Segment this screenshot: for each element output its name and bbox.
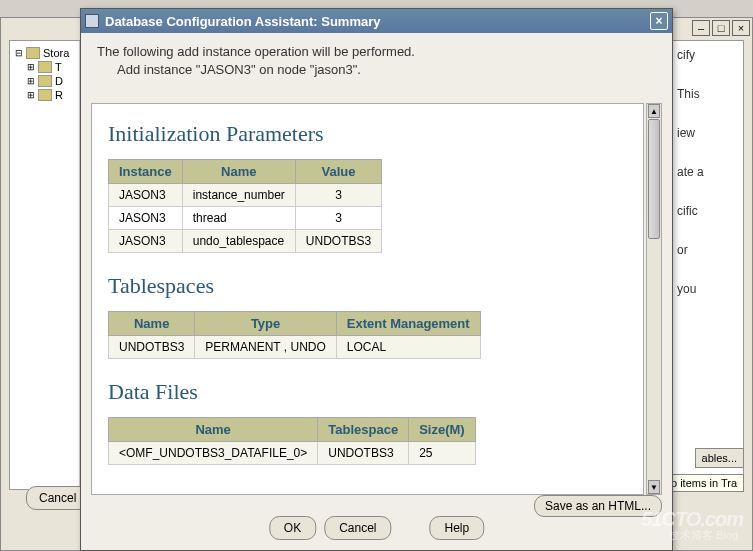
bg-minimize-button[interactable]: – (692, 20, 710, 36)
scroll-thumb[interactable] (648, 119, 660, 239)
ok-button[interactable]: OK (269, 516, 316, 540)
folder-icon (38, 89, 52, 101)
folder-icon (38, 61, 52, 73)
table-header: Size(M) (409, 418, 476, 442)
cell: JASON3 (109, 184, 183, 207)
cell: UNDOTBS3 (295, 230, 381, 253)
table-header: Extent Management (336, 312, 480, 336)
expand-icon: ⊞ (27, 76, 35, 86)
summary-dialog: Database Configuration Assistant: Summar… (80, 8, 673, 551)
intro-line: The following add instance operation wil… (97, 43, 656, 61)
cell: instance_number (182, 184, 295, 207)
cell: LOCAL (336, 336, 480, 359)
cell: <OMF_UNDOTBS3_DATAFILE_0> (109, 442, 318, 465)
text-fragment: ate a (677, 165, 737, 179)
section-title-datafiles: Data Files (108, 379, 627, 405)
intro-text: The following add instance operation wil… (97, 43, 656, 79)
expand-icon: ⊞ (27, 90, 35, 100)
text-fragment: cify (677, 48, 737, 62)
cell: undo_tablespace (182, 230, 295, 253)
table-row: <OMF_UNDOTBS3_DATAFILE_0> UNDOTBS3 25 (109, 442, 476, 465)
table-header: Tablespace (318, 418, 409, 442)
cell: 3 (295, 207, 381, 230)
bg-close-button[interactable]: × (732, 20, 750, 36)
collapse-icon: ⊟ (15, 48, 23, 58)
tree-root[interactable]: ⊟ Stora (15, 46, 74, 60)
cell: JASON3 (109, 207, 183, 230)
section-title-init-params: Initialization Parameters (108, 121, 627, 147)
table-header: Name (109, 312, 195, 336)
cell: PERMANENT , UNDO (195, 336, 336, 359)
table-header: Name (109, 418, 318, 442)
scroll-pane: Initialization Parameters Instance Name … (91, 103, 644, 495)
bg-maximize-button[interactable]: □ (712, 20, 730, 36)
table-row: UNDOTBS3 PERMANENT , UNDO LOCAL (109, 336, 481, 359)
tree-child-label: D (55, 75, 63, 87)
bg-titlebar: – □ × (690, 18, 752, 38)
table-header: Instance (109, 160, 183, 184)
close-button[interactable]: × (650, 12, 668, 30)
tree-child-label: R (55, 89, 63, 101)
table-row: JASON3 undo_tablespace UNDOTBS3 (109, 230, 382, 253)
help-button[interactable]: Help (430, 516, 485, 540)
scroll-down-icon[interactable]: ▼ (648, 480, 660, 494)
save-html-button[interactable]: Save as an HTML... (534, 495, 662, 517)
cell: 25 (409, 442, 476, 465)
tree-child[interactable]: ⊞ R (27, 88, 74, 102)
folder-icon (38, 75, 52, 87)
tree-child[interactable]: ⊞ T (27, 60, 74, 74)
section-title-tablespaces: Tablespaces (108, 273, 627, 299)
system-menu-icon[interactable] (85, 14, 99, 28)
cell: JASON3 (109, 230, 183, 253)
titlebar: Database Configuration Assistant: Summar… (81, 9, 672, 33)
tree-panel: ⊟ Stora ⊞ T ⊞ D ⊞ R (10, 41, 80, 489)
table-row: JASON3 thread 3 (109, 207, 382, 230)
folder-icon (26, 47, 40, 59)
table-row: JASON3 instance_number 3 (109, 184, 382, 207)
dialog-footer: Save as an HTML... OK Cancel Help (81, 500, 672, 550)
cell: thread (182, 207, 295, 230)
table-header: Value (295, 160, 381, 184)
tree-root-label: Stora (43, 47, 69, 59)
content-area: The following add instance operation wil… (81, 33, 672, 500)
variables-button[interactable]: ables... (695, 448, 744, 468)
table-header: Type (195, 312, 336, 336)
tree-child-label: T (55, 61, 62, 73)
vertical-scrollbar[interactable]: ▲ ▼ (646, 103, 662, 495)
text-fragment: cific (677, 204, 737, 218)
cell: 3 (295, 184, 381, 207)
dialog-title: Database Configuration Assistant: Summar… (105, 14, 380, 29)
cell: UNDOTBS3 (318, 442, 409, 465)
table-header: Name (182, 160, 295, 184)
tree-child[interactable]: ⊞ D (27, 74, 74, 88)
intro-line: Add instance "JASON3" on node "jason3". (117, 61, 656, 79)
text-fragment: iew (677, 126, 737, 140)
text-fragment: This (677, 87, 737, 101)
cancel-button[interactable]: Cancel (324, 516, 391, 540)
scroll-up-icon[interactable]: ▲ (648, 104, 660, 118)
bg-right-text: cify This iew ate a cific or you (677, 48, 737, 321)
datafiles-table: Name Tablespace Size(M) <OMF_UNDOTBS3_DA… (108, 417, 476, 465)
text-fragment: you (677, 282, 737, 296)
expand-icon: ⊞ (27, 62, 35, 72)
cell: UNDOTBS3 (109, 336, 195, 359)
tablespaces-table: Name Type Extent Management UNDOTBS3 PER… (108, 311, 481, 359)
init-params-table: Instance Name Value JASON3 instance_numb… (108, 159, 382, 253)
text-fragment: or (677, 243, 737, 257)
